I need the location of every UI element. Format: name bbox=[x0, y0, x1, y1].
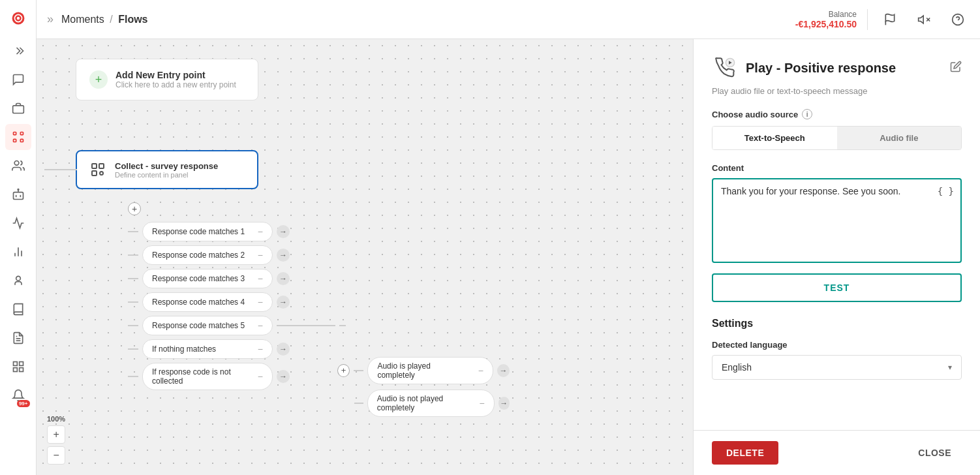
breadcrumb-parent[interactable]: Moments bbox=[61, 14, 104, 25]
audio-label-1: Audio is played completely bbox=[377, 361, 465, 380]
collect-node-icon bbox=[87, 159, 108, 180]
sidebar-item-analytics[interactable] bbox=[5, 210, 31, 236]
audio-minus-2[interactable]: − bbox=[479, 398, 484, 408]
response-minus-7[interactable]: − bbox=[258, 371, 263, 382]
sidebar-item-flows[interactable] bbox=[5, 124, 31, 150]
collect-text: Collect - survey response Define content… bbox=[115, 161, 218, 179]
response-item-4: Response code matches 4 − → bbox=[128, 292, 346, 312]
flag-button[interactable] bbox=[878, 8, 902, 31]
svg-rect-31 bbox=[92, 171, 97, 176]
sidebar-item-notifications[interactable]: 99+ bbox=[5, 382, 31, 408]
response-pill-6[interactable]: If nothing matches − bbox=[142, 339, 273, 359]
breadcrumb-separator: / bbox=[110, 14, 112, 25]
sidebar-item-bots[interactable] bbox=[5, 181, 31, 207]
balance-value: -€1,925,410.50 bbox=[795, 19, 857, 29]
sidebar-item-contacts[interactable] bbox=[5, 153, 31, 179]
library-icon bbox=[12, 303, 25, 316]
audio-outcome-2: Audio is not played completely − → bbox=[354, 390, 510, 417]
audio-arrow-2[interactable]: → bbox=[498, 397, 510, 410]
sidebar-item-grid[interactable] bbox=[5, 354, 31, 380]
help-icon bbox=[951, 13, 964, 26]
response-item-1: Response code matches 1 − → bbox=[128, 222, 346, 241]
collect-title: Collect - survey response bbox=[115, 161, 218, 171]
response-pill-3[interactable]: Response code matches 3 − bbox=[142, 269, 273, 288]
entry-point-node[interactable]: + Add New Entry point Click here to add … bbox=[76, 59, 258, 100]
svg-point-10 bbox=[18, 189, 19, 191]
connector bbox=[128, 376, 138, 377]
svg-point-2 bbox=[16, 17, 19, 20]
svg-marker-24 bbox=[919, 16, 924, 23]
help-button[interactable] bbox=[946, 8, 970, 31]
mute-icon bbox=[917, 13, 930, 26]
response-pill-4[interactable]: Response code matches 4 − bbox=[142, 292, 273, 312]
breadcrumb: Moments / Flows bbox=[61, 14, 148, 25]
sidebar-item-library[interactable] bbox=[5, 296, 31, 322]
zoom-controls: 100% + − bbox=[47, 415, 65, 465]
response-pill-2[interactable]: Response code matches 2 − bbox=[142, 245, 273, 265]
audio-pill-1[interactable]: Audio is played completely − bbox=[367, 357, 493, 384]
response-pill-1[interactable]: Response code matches 1 − bbox=[142, 222, 273, 241]
entry-plus-icon: + bbox=[89, 70, 108, 89]
chat-icon bbox=[12, 73, 25, 86]
audio-add-1[interactable]: + bbox=[337, 364, 350, 377]
response-minus-5[interactable]: − bbox=[258, 320, 263, 331]
response-arrow-2[interactable]: → bbox=[277, 249, 290, 262]
response-arrow-4[interactable]: → bbox=[277, 296, 290, 309]
topbar-expand-button[interactable]: » bbox=[47, 12, 54, 26]
svg-rect-4 bbox=[13, 132, 16, 135]
response-arrow-3[interactable]: → bbox=[277, 272, 290, 285]
svg-rect-21 bbox=[13, 368, 17, 372]
connector bbox=[128, 301, 138, 303]
test-button[interactable]: TEST bbox=[712, 273, 962, 302]
response-arrow-1[interactable]: → bbox=[277, 225, 290, 238]
audio-file-toggle-button[interactable]: Audio file bbox=[837, 127, 962, 149]
response-arrow-6[interactable]: → bbox=[277, 343, 290, 356]
connector bbox=[128, 325, 138, 326]
tts-toggle-button[interactable]: Text-to-Speech bbox=[712, 127, 837, 149]
response-add-row: + bbox=[128, 202, 346, 215]
sidebar-item-chat[interactable] bbox=[5, 67, 31, 93]
sidebar-item-logs[interactable] bbox=[5, 325, 31, 351]
response-minus-1[interactable]: − bbox=[258, 226, 263, 237]
response-arrow-7[interactable]: → bbox=[277, 370, 290, 383]
zoom-out-button[interactable]: − bbox=[47, 446, 65, 465]
language-dropdown[interactable]: English ▾ bbox=[712, 355, 962, 380]
sidebar-item-expand[interactable] bbox=[5, 38, 31, 64]
topbar-divider bbox=[867, 9, 868, 30]
collect-node[interactable]: Collect - survey response Define content… bbox=[76, 150, 258, 189]
response-minus-4[interactable]: − bbox=[258, 297, 263, 307]
sidebar-logo[interactable] bbox=[5, 5, 31, 31]
mute-button[interactable] bbox=[912, 8, 936, 31]
reports-icon bbox=[12, 245, 25, 258]
content-label: Content bbox=[712, 163, 962, 173]
svg-point-8 bbox=[14, 161, 19, 166]
canvas-area[interactable]: + Add New Entry point Click here to add … bbox=[37, 39, 693, 475]
audio-minus-1[interactable]: − bbox=[478, 365, 483, 376]
panel-edit-button[interactable] bbox=[950, 61, 962, 75]
response-minus-6[interactable]: − bbox=[258, 344, 263, 354]
response-add-button[interactable]: + bbox=[128, 202, 141, 215]
braces-button[interactable]: { } bbox=[938, 186, 954, 196]
close-button[interactable]: CLOSE bbox=[908, 441, 962, 465]
response-minus-3[interactable]: − bbox=[258, 273, 263, 284]
zoom-in-button[interactable]: + bbox=[47, 425, 65, 444]
topbar: » Moments / Flows Balance -€1,925,410.50 bbox=[37, 0, 980, 39]
sidebar-item-people[interactable] bbox=[5, 268, 31, 294]
delete-button[interactable]: DELETE bbox=[712, 441, 778, 465]
response-item-5: Response code matches 5 − bbox=[128, 316, 346, 335]
briefcase-icon bbox=[12, 102, 25, 115]
response-pill-7[interactable]: If response code is not collected − bbox=[142, 363, 273, 390]
audio-source-info[interactable]: i bbox=[802, 109, 812, 119]
audio-label-2: Audio is not played completely bbox=[377, 394, 467, 412]
sidebar-item-reports[interactable] bbox=[5, 239, 31, 265]
response-minus-2[interactable]: − bbox=[258, 250, 263, 260]
audio-arrow-1[interactable]: → bbox=[497, 364, 510, 377]
audio-pill-2[interactable]: Audio is not played completely − bbox=[367, 390, 495, 417]
content-textarea[interactable]: Thank you for your response. See you soo… bbox=[721, 186, 953, 251]
response-item-2: Response code matches 2 − → bbox=[128, 245, 346, 265]
sidebar-item-briefcase[interactable] bbox=[5, 95, 31, 121]
breadcrumb-current: Flows bbox=[118, 14, 147, 25]
connector bbox=[128, 278, 138, 279]
response-pill-5[interactable]: Response code matches 5 − bbox=[142, 316, 273, 335]
language-value: English bbox=[722, 362, 752, 373]
